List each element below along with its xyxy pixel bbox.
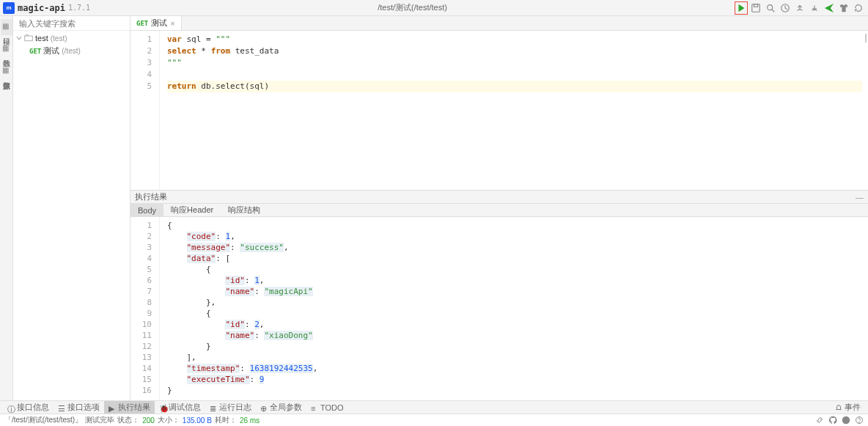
tree-folder[interactable]: test (test) bbox=[13, 32, 130, 44]
bottom-tab-log[interactable]: ≣运行日志 bbox=[205, 401, 256, 414]
bottom-tab-bug[interactable]: 🐞调试信息 bbox=[155, 401, 205, 414]
svg-rect-10 bbox=[25, 36, 33, 41]
status-bar: 「/test/测试(/test/test)」 测试完毕 状态： 200 大小： … bbox=[0, 414, 868, 426]
status-done: 测试完毕 bbox=[85, 415, 114, 425]
history-icon[interactable] bbox=[779, 1, 792, 15]
result-tabs: Body 响应Header 响应结构 bbox=[130, 204, 868, 217]
header-toolbar bbox=[735, 1, 865, 15]
info-icon: ⓘ bbox=[7, 404, 15, 411]
result-tab-body[interactable]: Body bbox=[130, 204, 163, 216]
link-icon[interactable] bbox=[815, 416, 824, 425]
folder-name: test bbox=[35, 34, 48, 43]
save-icon[interactable] bbox=[749, 1, 762, 15]
folder-icon bbox=[24, 34, 33, 43]
bug-icon: 🐞 bbox=[159, 404, 166, 411]
bottom-tab-info[interactable]: ⓘ接口信息 bbox=[3, 401, 54, 414]
svg-rect-0 bbox=[752, 4, 760, 12]
bottom-tab-todo[interactable]: ≡TODO bbox=[306, 401, 348, 414]
svg-point-11 bbox=[842, 416, 850, 425]
code-editor[interactable]: 12345 var sql = """select * from test_da… bbox=[130, 31, 868, 190]
opt-icon: ☰ bbox=[58, 404, 65, 411]
minimize-icon[interactable]: — bbox=[856, 193, 864, 202]
api-tree: test (test) GET 测试 (/test) bbox=[13, 31, 130, 400]
gitee-icon[interactable] bbox=[842, 416, 850, 425]
size-label: 大小： bbox=[158, 415, 180, 425]
app-logo: m bbox=[3, 2, 15, 14]
rail-tab-function[interactable]: ▦函数 bbox=[1, 41, 12, 57]
bell-icon bbox=[835, 404, 842, 411]
search-icon[interactable] bbox=[764, 1, 777, 15]
events-button[interactable]: 事件 bbox=[831, 401, 865, 414]
folder-path: (test) bbox=[51, 34, 67, 43]
refresh-icon[interactable] bbox=[852, 1, 865, 15]
api-path: (/test) bbox=[62, 47, 81, 55]
close-icon[interactable]: × bbox=[170, 19, 174, 28]
sidebar: test (test) GET 测试 (/test) bbox=[13, 16, 130, 400]
search-input[interactable] bbox=[19, 19, 120, 28]
rail-tab-datasource[interactable]: ▦数据源 bbox=[1, 63, 12, 79]
size-value: 135.00 B bbox=[183, 416, 212, 425]
editor-tab[interactable]: GET 测试 × bbox=[130, 16, 182, 30]
bottom-tab-globe[interactable]: ⊕全局参数 bbox=[256, 401, 306, 414]
todo-icon: ≡ bbox=[311, 404, 318, 411]
bottom-tab-play[interactable]: ▶执行结果 bbox=[104, 401, 155, 414]
app-name: magic-api bbox=[18, 3, 65, 13]
upload-icon[interactable] bbox=[793, 1, 806, 15]
editor-tabs: GET 测试 × bbox=[130, 16, 868, 31]
rail-tab-api[interactable]: ▦接口 bbox=[1, 19, 12, 35]
status-code: 200 bbox=[142, 416, 155, 425]
tab-title: 测试 bbox=[151, 18, 167, 29]
tree-api-item[interactable]: GET 测试 (/test) bbox=[26, 44, 130, 58]
result-tab-schema[interactable]: 响应结构 bbox=[221, 204, 268, 216]
bottom-tab-bar: ⓘ接口信息☰接口选项▶执行结果🐞调试信息≣运行日志⊕全局参数≡TODO 事件 bbox=[0, 400, 868, 414]
left-rail: ▦接口 ▦函数 ▦数据源 bbox=[0, 16, 13, 400]
chevron-down-icon bbox=[16, 35, 22, 41]
download-icon[interactable] bbox=[808, 1, 821, 15]
shirt-icon[interactable] bbox=[837, 1, 850, 15]
panel-title: 执行结果 bbox=[135, 191, 167, 202]
result-panel-title-bar: 执行结果 — bbox=[130, 191, 868, 204]
play-icon: ▶ bbox=[108, 404, 116, 411]
run-button[interactable] bbox=[735, 1, 748, 15]
svg-point-13 bbox=[859, 422, 860, 423]
tab-method-badge: GET bbox=[136, 20, 148, 27]
globe-icon: ⊕ bbox=[260, 404, 268, 411]
help-icon[interactable] bbox=[855, 416, 864, 425]
bottom-tab-opt[interactable]: ☰接口选项 bbox=[54, 401, 104, 414]
send-icon[interactable] bbox=[823, 1, 836, 15]
time-value: 26 ms bbox=[240, 416, 260, 425]
header-breadcrumb: /test/测试(/test/test) bbox=[90, 2, 735, 13]
app-version: 1.7.1 bbox=[68, 4, 90, 12]
time-label: 耗时： bbox=[215, 415, 237, 425]
github-icon[interactable] bbox=[828, 416, 837, 425]
status-path: 「/test/测试(/test/test)」 bbox=[4, 415, 82, 425]
api-name: 测试 bbox=[43, 45, 59, 56]
method-badge: GET bbox=[29, 48, 41, 55]
svg-rect-1 bbox=[754, 4, 757, 7]
log-icon: ≣ bbox=[210, 404, 217, 411]
svg-point-2 bbox=[768, 4, 773, 10]
result-tab-header[interactable]: 响应Header bbox=[163, 204, 221, 216]
status-label: 状态： bbox=[117, 415, 139, 425]
svg-line-3 bbox=[772, 9, 775, 12]
app-header: m magic-api 1.7.1 /test/测试(/test/test) bbox=[0, 0, 868, 16]
result-body[interactable]: 12345678910111213141516 { "code": 1, "me… bbox=[130, 217, 868, 400]
